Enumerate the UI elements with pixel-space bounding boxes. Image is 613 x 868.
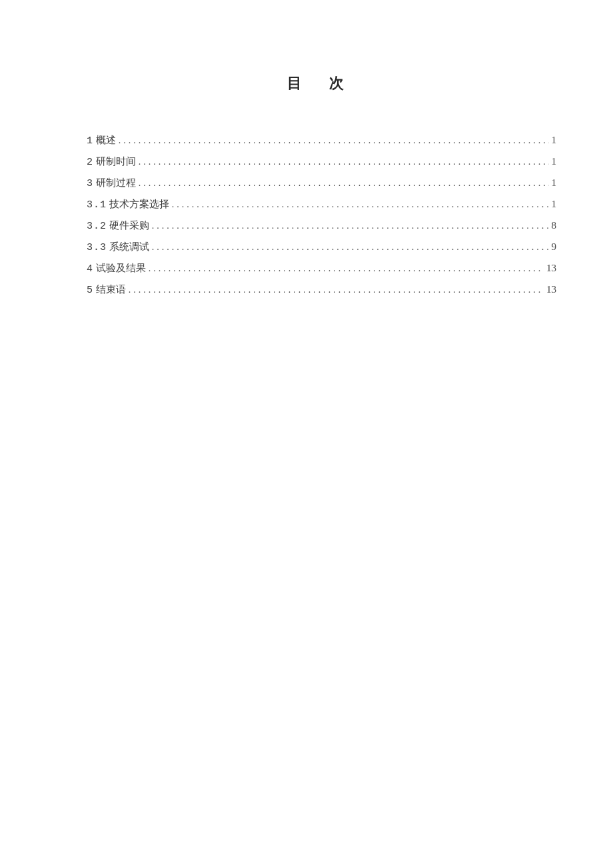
toc-entry-label: 3.3 系统调试 bbox=[87, 237, 152, 258]
toc-entry: 3.2 硬件采购 8 bbox=[87, 215, 556, 237]
toc-dots bbox=[172, 195, 549, 214]
page-title: 目 次 bbox=[87, 73, 556, 93]
toc-entry-page: 1 bbox=[549, 194, 557, 214]
toc-dots bbox=[119, 131, 549, 150]
toc-entry-page: 9 bbox=[549, 237, 557, 257]
toc-dots bbox=[149, 259, 544, 278]
toc-entry-label: 3 研制过程 bbox=[87, 173, 139, 194]
toc-entry: 4 试验及结果 13 bbox=[87, 258, 556, 279]
toc-entry: 1 概述 1 bbox=[87, 130, 556, 151]
toc-entry-label: 3.2 硬件采购 bbox=[87, 215, 152, 237]
toc-dots bbox=[152, 238, 549, 257]
toc-entry-page: 1 bbox=[549, 151, 557, 171]
toc-entry-label: 5 结束语 bbox=[87, 279, 129, 301]
toc-entry-page: 13 bbox=[544, 258, 556, 278]
toc-entry-page: 1 bbox=[549, 173, 557, 193]
toc-entry-label: 3.1 技术方案选择 bbox=[87, 194, 172, 215]
toc-entry-label: 1 概述 bbox=[87, 130, 119, 151]
toc-entry-label: 4 试验及结果 bbox=[87, 258, 149, 279]
toc-entry-page: 8 bbox=[549, 215, 557, 235]
toc-entry-page: 13 bbox=[544, 279, 556, 299]
toc-entry: 3 研制过程 1 bbox=[87, 173, 556, 194]
toc-dots bbox=[152, 217, 549, 235]
toc-entry: 3.3 系统调试 9 bbox=[87, 237, 556, 258]
toc-entry: 3.1 技术方案选择 1 bbox=[87, 194, 556, 215]
toc-entry-label: 2 研制时间 bbox=[87, 151, 139, 173]
toc-dots bbox=[139, 174, 549, 193]
toc-entry: 2 研制时间 1 bbox=[87, 151, 556, 173]
table-of-contents: 1 概述 1 2 研制时间 1 3 研制过程 1 3.1 技术方案选择 1 3.… bbox=[87, 130, 556, 301]
toc-entry-page: 1 bbox=[549, 130, 557, 150]
toc-dots bbox=[139, 153, 549, 171]
toc-dots bbox=[129, 281, 544, 299]
toc-entry: 5 结束语 13 bbox=[87, 279, 556, 301]
